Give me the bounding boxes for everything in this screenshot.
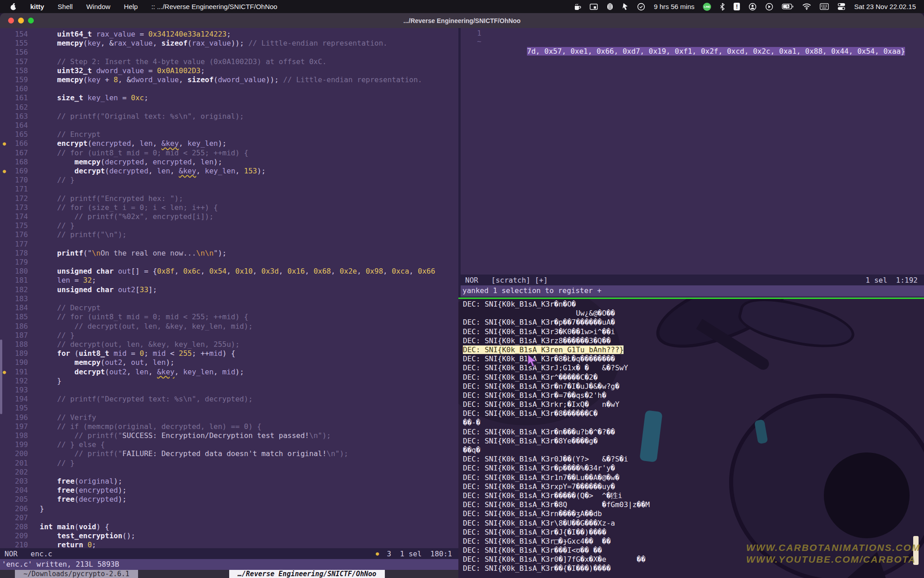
control-toggles-icon[interactable] (837, 3, 845, 11)
battery-icon[interactable] (782, 3, 794, 11)
tab-pycrypto[interactable]: ~/Downloads/pycrypto-2.6.1 (15, 570, 138, 578)
code-line[interactable]: 203 free(original); (0, 477, 458, 486)
line-number: 181 (0, 276, 28, 285)
code-line[interactable]: 167 // for (uint8_t mid = 0; mid < 255; … (0, 149, 458, 158)
code-line[interactable]: 180 unsigned char out[] = {0x8f, 0x6c, 0… (0, 267, 458, 276)
code-line[interactable]: 194 // printf("Decrypted text: %s\n", de… (0, 395, 458, 404)
code-line[interactable]: 163 // printf("Original text: %s\n", ori… (0, 112, 458, 121)
code-line[interactable]: 179 (0, 258, 458, 267)
code-line[interactable]: ●191 decrypt(out2, len, &key, key_len, m… (0, 368, 458, 377)
editor-filename: enc.c (31, 550, 52, 558)
code-line[interactable]: 183 (0, 294, 458, 303)
code-line[interactable]: 185 // for (uint8_t mid = 0; mid < 255; … (0, 312, 458, 322)
pointer-app-icon[interactable] (622, 3, 628, 11)
code-line[interactable]: 188 // decrypt(out, len, &key, key_len, … (0, 340, 458, 349)
code-line[interactable]: 158 uint32_t dword_value = 0x0A1002D3; (0, 66, 458, 75)
code-line[interactable]: 187 // } (0, 331, 458, 340)
play-icon[interactable] (765, 3, 773, 11)
code-line[interactable]: 175 // } (0, 221, 458, 230)
editor-pane-scratch[interactable]: 1 7d, 0x57, 0xe1, 0x66, 0xd7, 0x19, 0xf1… (461, 28, 924, 298)
editor-pane-enc-c[interactable]: 154 uint64_t rax_value = 0x341240e33a124… (0, 28, 458, 570)
code-line[interactable]: 190 memcpy(out2, out, len); (0, 358, 458, 367)
scratch-hex-selection[interactable]: 7d, 0x57, 0xe1, 0x66, 0xd7, 0x19, 0xf1, … (527, 47, 905, 56)
code-line[interactable]: 170 // } (0, 176, 458, 185)
code-line[interactable]: 202 (0, 468, 458, 477)
code-line[interactable]: 161 size_t key_len = 0xc; (0, 93, 458, 103)
code-line[interactable]: 178 printf("\nOn the real one now...\n\n… (0, 249, 458, 258)
code-line[interactable]: 157 // Step 2: Insert the 4-byte value (… (0, 57, 458, 66)
code-line[interactable]: 207 (0, 513, 458, 522)
line-number: 199 (0, 440, 28, 449)
menu-window[interactable]: Window (86, 3, 110, 10)
code-line[interactable]: 186 // decrypt(out, len, &key, key_len, … (0, 322, 458, 331)
line-number: 205 (0, 495, 28, 504)
code-line[interactable]: 208int main(void) { (0, 522, 458, 531)
line-number: 162 (0, 103, 28, 112)
code-line[interactable]: 172 // printf("Encrypted hex: "); (0, 194, 458, 203)
code-line[interactable]: 181 len = 32; (0, 276, 458, 285)
user-account-icon[interactable] (748, 3, 757, 11)
shell-bundle-icon[interactable] (606, 3, 614, 11)
code-line[interactable]: 165 // Encrypt (0, 130, 458, 139)
code-line[interactable]: 182 unsigned char out2[33]; (0, 285, 458, 294)
code-line[interactable]: 204 free(encrypted); (0, 486, 458, 495)
code-line[interactable]: 155 memcpy(key, &rax_value, sizeof(rax_v… (0, 39, 458, 48)
code-line[interactable]: 198 // printf("SUCCESS: Encryption/Decry… (0, 431, 458, 440)
minimize-window-button[interactable] (18, 18, 24, 23)
code-line[interactable]: 192 } (0, 377, 458, 386)
code-line[interactable]: 193 (0, 386, 458, 395)
code-line[interactable]: 201 // } (0, 459, 458, 468)
line-number: 168 (0, 158, 28, 167)
code-line[interactable]: 168 memcpy(decrypted, encrypted, len); (0, 158, 458, 167)
alert-icon[interactable]: ! (734, 3, 740, 10)
code-line[interactable]: 159 memcpy(key + 8, &dword_value, sizeof… (0, 75, 458, 84)
decrypt-output-line: DEC: SNI{K0k_B1sA_K3r0J��(Y?> &�?S�i (458, 455, 924, 464)
menu-help[interactable]: Help (124, 3, 138, 10)
tab-ohnoo-active[interactable]: …/Reverse Engineering/SNICTF/OhNoo (229, 570, 385, 578)
shell-output-window[interactable]: DEC: SNI{K0k_B1sA_K3r�n�O� Uw¿&@�O��DEC:… (458, 299, 924, 578)
menubar-clock[interactable]: Sat 23 Nov 22.02.15 (854, 3, 916, 10)
code-line[interactable]: 205 free(decrypted); (0, 495, 458, 504)
code-line[interactable]: ●169 decrypt(decrypted, len, &key, key_l… (0, 167, 458, 176)
mug-icon[interactable] (573, 3, 581, 11)
code-line[interactable]: 184 // Decrypt (0, 303, 458, 312)
uptime-clock-icon[interactable] (637, 3, 645, 11)
apple-menu-icon[interactable] (10, 3, 17, 11)
code-line[interactable]: 206} (0, 504, 458, 513)
close-window-button[interactable] (8, 18, 14, 23)
screen-share-icon[interactable] (590, 3, 598, 11)
editor-scrollbar[interactable] (0, 340, 2, 414)
menu-shell[interactable]: Shell (58, 3, 73, 10)
keyboard-switcher-icon[interactable] (820, 3, 829, 11)
code-line[interactable]: 160 (0, 84, 458, 93)
wifi-icon[interactable] (802, 3, 811, 11)
menu-app-kitty[interactable]: kitty (30, 3, 44, 10)
bluetooth-icon[interactable] (720, 3, 725, 11)
code-line[interactable]: 196 // Verify (0, 413, 458, 422)
code-line[interactable]: 176 // printf("\n"); (0, 230, 458, 239)
code-line[interactable]: 174 // printf("%02x", encrypted[i]); (0, 212, 458, 221)
code-buffer[interactable]: 154 uint64_t rax_value = 0x341240e33a124… (0, 30, 458, 550)
code-line[interactable]: 154 uint64_t rax_value = 0x341240e33a124… (0, 30, 458, 39)
line-app-icon[interactable]: LINE (703, 3, 711, 11)
code-line[interactable]: 171 (0, 185, 458, 194)
right-column: 1 7d, 0x57, 0xe1, 0x66, 0xd7, 0x19, 0xf1… (458, 28, 924, 578)
macos-menu-bar: kitty Shell Window Help :: .../Reverse E… (0, 0, 924, 13)
code-line[interactable]: 173 // for (size_t i = 0; i < len; i++) … (0, 203, 458, 212)
window-title-bar[interactable]: .../Reverse Engineering/SNICTF/OhNoo (0, 13, 924, 28)
code-line[interactable]: 164 (0, 121, 458, 130)
decrypt-output-line: ��q� (458, 446, 924, 455)
code-line[interactable]: 189 for (uint8_t mid = 0; mid < 255; ++m… (0, 349, 458, 358)
code-line[interactable]: 162 (0, 103, 458, 112)
zoom-window-button[interactable] (28, 18, 34, 23)
code-line[interactable]: 177 (0, 240, 458, 249)
code-line[interactable]: 209 test_encryption(); (0, 531, 458, 541)
code-line[interactable]: ●166 encrypt(encrypted, len, &key, key_l… (0, 139, 458, 148)
code-line[interactable]: 199 // } else { (0, 440, 458, 449)
uptime-label: 9 hrs 56 mins (654, 3, 694, 10)
decrypt-output-line: DEC: SNI{K0k_B1sA_K3r�n7�I�uJ�&�w?g� (458, 382, 924, 391)
code-line[interactable]: 200 // printf("FAILURE: Decrypted data d… (0, 449, 458, 458)
code-line[interactable]: 197 // if (memcmp(original, decrypted, l… (0, 422, 458, 431)
code-line[interactable]: 156 (0, 48, 458, 57)
code-line[interactable]: 195 (0, 404, 458, 413)
